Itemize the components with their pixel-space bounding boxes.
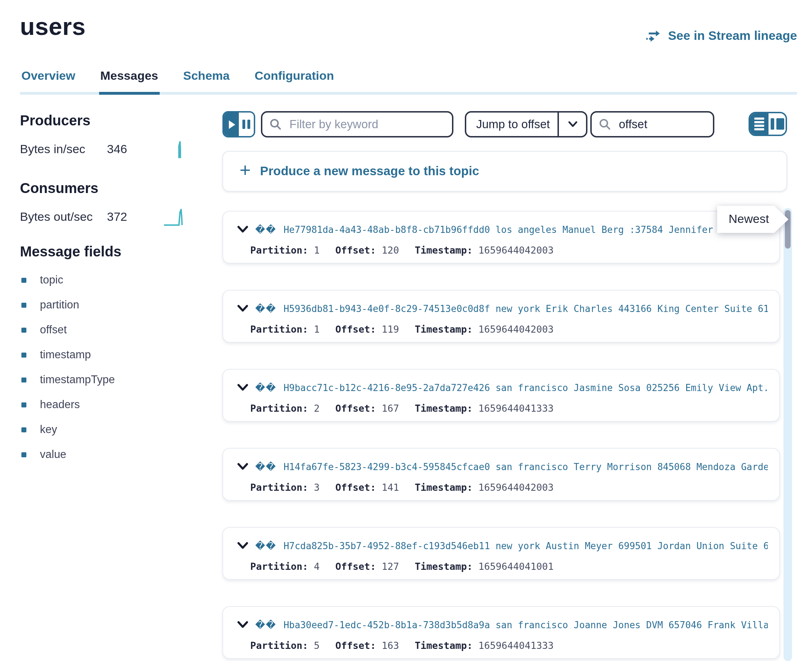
bytes-in-value: 346 — [107, 142, 127, 157]
filter-keyword-input[interactable] — [288, 117, 445, 132]
newest-tooltip-label: Newest — [729, 212, 769, 227]
view-mode-toggle — [748, 112, 787, 136]
message-key: He77981da-4a43-48ab-b8f8-cb71b96ffdd0 lo… — [283, 224, 768, 235]
missing-glyph-icon: �� — [255, 540, 276, 551]
stream-lineage-label: See in Stream lineage — [668, 29, 797, 43]
produce-message-button[interactable]: + Produce a new message to this topic — [223, 151, 787, 192]
jump-to-offset-select[interactable]: Jump to offset — [465, 111, 588, 137]
message-card[interactable]: �� Hba30eed7-1edc-452b-8b1a-738d3b5d8a9a… — [223, 606, 780, 659]
offset-label: Offset: — [335, 244, 376, 256]
field-item-timestamp: timestamp — [20, 348, 185, 362]
partition-value: 4 — [314, 560, 320, 572]
produce-message-label: Produce a new message to this topic — [260, 164, 479, 179]
search-icon — [269, 118, 282, 130]
timestamp-value: 1659644042003 — [478, 323, 554, 335]
message-card[interactable]: �� H5936db81-b943-4e0f-8c29-74513e0c0d8f… — [223, 290, 780, 343]
timestamp-value: 1659644042003 — [478, 244, 554, 256]
bytes-out-sparkline-icon — [164, 208, 185, 227]
message-key: Hba30eed7-1edc-452b-8b1a-738d3b5d8a9a sa… — [283, 619, 768, 630]
square-bullet-icon — [21, 278, 26, 283]
offset-value: 141 — [382, 482, 399, 493]
bytes-out-metric: Bytes out/sec 372 — [20, 208, 185, 227]
select-chevron-section[interactable] — [557, 113, 586, 136]
newest-tooltip: Newest — [717, 206, 788, 233]
tab-overview[interactable]: Overview — [20, 69, 77, 92]
list-view-icon — [754, 118, 764, 120]
offset-value: 119 — [382, 323, 399, 335]
square-bullet-icon — [21, 377, 26, 382]
message-key: H9bacc71c-b12c-4216-8e95-2a7da727e426 sa… — [283, 382, 768, 393]
pause-button[interactable] — [239, 113, 254, 136]
missing-glyph-icon: �� — [255, 461, 276, 472]
search-icon — [599, 118, 611, 130]
pause-icon — [247, 120, 250, 129]
play-button[interactable] — [224, 113, 239, 136]
tab-configuration[interactable]: Configuration — [253, 69, 335, 92]
expand-chevron-icon[interactable] — [237, 621, 248, 628]
partition-value: 1 — [314, 323, 320, 335]
timestamp-value: 1659644041333 — [478, 640, 554, 651]
tab-bar: Overview Messages Schema Configuration — [20, 69, 797, 95]
page-title: users — [20, 12, 86, 41]
partition-value: 5 — [314, 640, 320, 651]
offset-label: Offset: — [335, 482, 376, 493]
offset-value: 120 — [382, 244, 399, 256]
expand-chevron-icon[interactable] — [237, 226, 248, 233]
topic-messages-page: users See in Stream lineage Overview Mes… — [0, 0, 812, 661]
missing-glyph-icon: �� — [255, 303, 276, 314]
timestamp-value: 1659644041001 — [478, 560, 554, 572]
field-item-offset: offset — [20, 323, 185, 337]
field-item-partition: partition — [20, 298, 185, 312]
message-key: H7cda825b-35b7-4952-88ef-c193d546eb11 ne… — [283, 540, 768, 551]
message-list: �� He77981da-4a43-48ab-b8f8-cb71b96ffdd0… — [223, 211, 780, 659]
message-card[interactable]: �� H9bacc71c-b12c-4216-8e95-2a7da727e426… — [223, 369, 780, 422]
message-card[interactable]: �� H7cda825b-35b7-4952-88ef-c193d546eb11… — [223, 527, 780, 580]
square-bullet-icon — [21, 427, 26, 432]
partition-label: Partition: — [250, 482, 308, 493]
offset-label: Offset: — [335, 402, 376, 414]
pause-icon — [242, 120, 245, 129]
offset-value: 163 — [382, 640, 399, 651]
timestamp-label: Timestamp: — [415, 323, 472, 335]
offset-label: Offset: — [335, 323, 376, 335]
offset-value: 127 — [382, 560, 399, 572]
expand-chevron-icon[interactable] — [237, 384, 248, 391]
partition-label: Partition: — [250, 402, 308, 414]
tab-messages[interactable]: Messages — [99, 69, 160, 95]
partition-label: Partition: — [250, 560, 308, 572]
timestamp-label: Timestamp: — [415, 244, 472, 256]
square-bullet-icon — [21, 352, 26, 357]
play-icon — [229, 120, 235, 129]
expand-chevron-icon[interactable] — [237, 305, 248, 312]
timestamp-label: Timestamp: — [415, 560, 472, 572]
message-card[interactable]: �� H14fa67fe-5823-4299-b3c4-595845cfcae0… — [223, 448, 780, 501]
partition-value: 3 — [314, 482, 320, 493]
expand-chevron-icon[interactable] — [237, 542, 248, 549]
timestamp-label: Timestamp: — [415, 482, 472, 493]
jump-to-offset-label: Jump to offset — [466, 113, 557, 136]
message-card[interactable]: �� He77981da-4a43-48ab-b8f8-cb71b96ffdd0… — [223, 211, 780, 263]
expand-chevron-icon[interactable] — [237, 463, 248, 470]
list-view-button[interactable] — [750, 113, 769, 135]
field-item-headers: headers — [20, 398, 185, 412]
partition-value: 2 — [314, 402, 320, 414]
tab-schema[interactable]: Schema — [182, 69, 231, 92]
field-item-topic: topic — [20, 273, 185, 287]
stream-lineage-link[interactable]: See in Stream lineage — [646, 29, 797, 43]
split-view-button[interactable] — [769, 113, 786, 135]
scrollbar-track[interactable] — [783, 208, 792, 661]
partition-label: Partition: — [250, 640, 308, 651]
offset-search-input[interactable] — [617, 117, 706, 132]
square-bullet-icon — [21, 327, 26, 332]
messages-toolbar: Jump to offset — [223, 111, 787, 137]
missing-glyph-icon: �� — [255, 224, 276, 235]
bytes-in-sparkline-icon — [175, 141, 185, 159]
timestamp-label: Timestamp: — [415, 402, 472, 414]
messages-panel: Jump to offset — [223, 111, 787, 659]
offset-label: Offset: — [335, 640, 376, 651]
square-bullet-icon — [21, 452, 26, 457]
partition-label: Partition: — [250, 323, 308, 335]
producers-heading: Producers — [20, 113, 185, 129]
filter-keyword-field — [261, 111, 453, 137]
dashed-arrow-icon — [646, 30, 661, 42]
